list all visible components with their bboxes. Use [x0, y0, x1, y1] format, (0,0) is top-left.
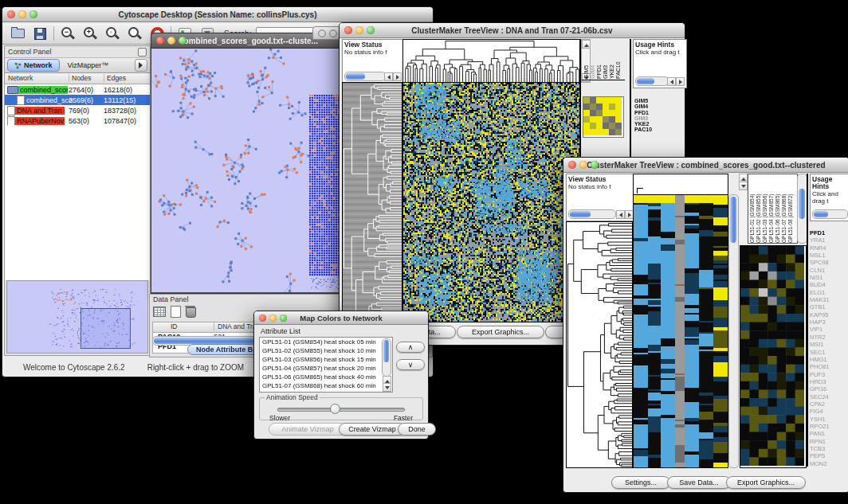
gene-label[interactable]: YSH1	[810, 416, 846, 423]
attribute-item[interactable]: GPL51-02 (GSM855) heat shock 10 min	[260, 346, 392, 355]
detail-column-label[interactable]: GPL51-04 (GSM857)	[768, 174, 775, 243]
dialog-titlebar[interactable]: Map Colors to Network	[254, 311, 428, 325]
gene-label[interactable]: PUF3	[810, 371, 846, 378]
gene-label[interactable]: FIG4	[810, 408, 846, 415]
gene-label[interactable]: PHO81	[810, 363, 846, 370]
gene-label[interactable]: KAP95	[810, 311, 846, 318]
column-dendrogram-canvas[interactable]	[403, 40, 580, 82]
detail-column-label[interactable]: GPL51-02 (GSM855)	[756, 174, 762, 243]
detail-column-label[interactable]: GPL51-07 (GSM868)	[781, 174, 787, 243]
network-graph-canvas[interactable]	[151, 49, 344, 292]
network-list-row[interactable]: combined_sco 2569(6) 13112(15)	[5, 95, 150, 105]
matrix-column-label[interactable]: PFD1	[596, 42, 603, 79]
close-button[interactable]	[344, 26, 352, 34]
detail-column-label[interactable]: GPL51-06 (GSM865)	[775, 174, 781, 243]
attribute-item[interactable]: GPL51-04 (GSM857) heat shock 20 min	[260, 364, 392, 373]
scroll-down-icon[interactable]	[739, 182, 748, 190]
heatmap-canvas[interactable]	[634, 195, 728, 467]
gene-label[interactable]: PEP5	[810, 452, 846, 459]
scroll-left-icon[interactable]	[384, 72, 393, 81]
delete-attribute-icon[interactable]	[186, 307, 196, 318]
scroll-down-icon[interactable]	[383, 383, 391, 392]
tab-overflow-button[interactable]	[135, 59, 147, 72]
scroll-right-icon[interactable]	[676, 77, 685, 86]
gene-label[interactable]: GPI16	[810, 385, 846, 393]
scroll-right-icon[interactable]	[393, 72, 402, 81]
scroll-left-icon[interactable]	[667, 77, 676, 86]
matrix-row-label[interactable]: GIM5	[634, 98, 666, 104]
view-status-hscrollbar[interactable]	[344, 72, 386, 81]
gene-label[interactable]: GTB1	[810, 303, 846, 311]
minimize-button[interactable]	[355, 26, 363, 34]
matrix-row-label[interactable]: YKE2	[634, 121, 666, 127]
close-button[interactable]	[318, 29, 326, 37]
speed-slider-thumb[interactable]	[330, 404, 340, 414]
hscroll-thumb[interactable]	[346, 73, 365, 80]
gene-label[interactable]: MSL1	[810, 252, 846, 259]
vscroll-thumb[interactable]	[799, 189, 805, 219]
usage-hints-hscrollbar[interactable]	[635, 76, 669, 86]
zoom-button[interactable]	[179, 37, 186, 45]
gene-label[interactable]: HMG1	[810, 356, 846, 363]
heatmap-vscrollbar[interactable]	[728, 194, 739, 468]
gene-label[interactable]: BUD4	[810, 281, 846, 288]
gene-label[interactable]: TCB3	[810, 445, 846, 452]
move-down-button[interactable]: ∨	[396, 359, 425, 370]
minimize-button[interactable]	[579, 161, 587, 169]
minimize-button[interactable]	[269, 315, 277, 322]
matrix-column-label[interactable]: GIM3	[603, 42, 609, 79]
network-list-row[interactable]: combined_scores 2764(0) 16218(0)	[5, 84, 150, 95]
minimize-button[interactable]	[329, 29, 337, 37]
gene-label[interactable]: YRA1	[810, 236, 846, 244]
create-vizmap-button[interactable]: Create Vizmap	[339, 423, 406, 436]
attribute-item[interactable]: GPL51-07 (GSM868) heat shock 60 min	[260, 381, 392, 390]
matrix-row-label[interactable]: GIM4	[634, 104, 666, 109]
gene-label[interactable]: RPN1	[810, 438, 846, 445]
done-button[interactable]: Done	[398, 423, 436, 436]
detail-column-label[interactable]: GPL51-08 (GSM872)	[787, 174, 794, 243]
new-attribute-icon[interactable]	[171, 306, 181, 318]
col-header-id[interactable]: ID	[171, 322, 178, 330]
gene-label[interactable]: NTR2	[810, 334, 846, 341]
gene-label[interactable]: SEC1	[810, 349, 846, 356]
col-header-network[interactable]: Network	[8, 74, 33, 82]
col-header-edges[interactable]: Edges	[104, 74, 126, 82]
matrix-column-label[interactable]: YKE2	[609, 42, 615, 79]
correlation-matrix-canvas[interactable]	[583, 97, 622, 135]
attribute-item[interactable]: GPL51-01 (GSM854) heat shock 05 min	[260, 338, 392, 346]
save-data-button[interactable]: Save Data...	[667, 476, 731, 489]
birdseye-canvas[interactable]	[7, 281, 147, 353]
tab-network[interactable]: Network	[7, 59, 60, 72]
close-button[interactable]	[568, 161, 576, 169]
gene-label[interactable]: SEC24	[810, 393, 846, 400]
usage-hints-hscrollbar[interactable]	[812, 209, 848, 219]
matrix-row-label[interactable]: PFD1	[634, 110, 666, 115]
main-titlebar[interactable]: Cytoscape Desktop (Session Name: collins…	[2, 7, 433, 22]
gene-label[interactable]: MSI1	[810, 341, 846, 348]
animate-vizmap-button[interactable]: Animate Vizmap	[269, 423, 347, 436]
speed-slider-track[interactable]	[277, 408, 405, 412]
settings-button[interactable]: Settings...	[611, 476, 670, 489]
gene-label[interactable]: HRD3	[810, 378, 846, 385]
close-button[interactable]	[156, 37, 164, 45]
move-up-button[interactable]: ∧	[396, 342, 425, 353]
hscroll-thumb[interactable]	[570, 211, 591, 217]
detail-heatmap-canvas[interactable]	[740, 246, 804, 466]
zoom-button[interactable]	[29, 10, 37, 18]
save-button[interactable]	[31, 25, 49, 42]
detail-column-label[interactable]: GPL51-01 (GSM854)	[749, 174, 756, 243]
gene-label[interactable]: CLN1	[810, 267, 846, 274]
gene-label[interactable]: SPC98	[810, 259, 846, 266]
close-button[interactable]	[7, 10, 15, 18]
hscroll-thumb[interactable]	[637, 78, 654, 84]
row-dendrogram-canvas[interactable]	[343, 83, 402, 322]
gene-label[interactable]: MON2	[810, 460, 846, 467]
gene-label[interactable]: ELG1	[810, 289, 846, 296]
gene-label[interactable]: RNR4	[810, 244, 846, 252]
view-status-hscrollbar[interactable]	[568, 209, 616, 219]
hscroll-thumb[interactable]	[814, 211, 828, 217]
close-button[interactable]	[259, 315, 266, 322]
export-graphics-button[interactable]: Export Graphics...	[726, 476, 806, 489]
gene-label[interactable]: CPA2	[810, 400, 846, 408]
export-graphics-button[interactable]: Export Graphics...	[457, 326, 544, 338]
